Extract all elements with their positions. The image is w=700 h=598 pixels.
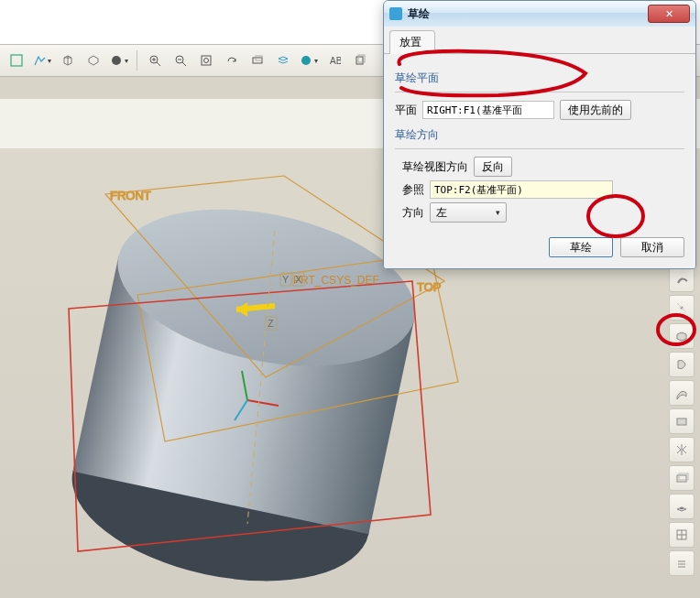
zoom-in-icon[interactable] [144, 49, 166, 71]
right-tool-palette [669, 238, 696, 576]
reference-field[interactable]: TOP:F2(基准平面) [430, 180, 613, 199]
svg-rect-16 [356, 57, 363, 64]
label-csys: PRT_CSYS_DEF [293, 274, 379, 287]
reference-field-value: TOP:F2(基准平面) [434, 183, 523, 197]
tool-axis-icon[interactable] [669, 266, 695, 292]
close-icon: ✕ [665, 8, 673, 20]
svg-line-4 [157, 62, 160, 66]
tool-cube-icon[interactable] [57, 49, 79, 71]
zoom-fit-icon[interactable] [195, 49, 217, 71]
tool-point-icon[interactable] [669, 295, 695, 321]
dialog-tabs: 放置 [384, 27, 695, 54]
use-previous-button-label: 使用先前的 [568, 103, 623, 118]
group-sketch-plane-label: 草绘平面 [395, 71, 684, 86]
label-top: TOP [417, 280, 442, 294]
direction-label: 方向 [402, 205, 424, 221]
label-front: FRONT [110, 189, 151, 202]
svg-marker-1 [89, 56, 98, 65]
use-previous-button[interactable]: 使用先前的 [560, 100, 631, 120]
svg-line-8 [182, 62, 186, 66]
flip-button-label: 反向 [482, 159, 504, 175]
tool-sweep-icon[interactable] [669, 380, 695, 406]
view-icon[interactable] [246, 49, 268, 71]
sketch-ok-button-label: 草绘 [570, 240, 592, 256]
tab-placement-label: 放置 [399, 36, 421, 49]
svg-point-14 [301, 56, 311, 65]
tool-blend-icon[interactable] [669, 408, 695, 434]
divider [395, 92, 684, 92]
tool-mirror-icon[interactable] [669, 437, 695, 462]
tool-graph-icon[interactable] [31, 49, 53, 71]
sketch-dialog: 草绘 ✕ 放置 草绘平面 平面 RIGHT:F1(基准平面 使用先前的 草绘方向… [383, 0, 696, 269]
cancel-button[interactable]: 取消 [620, 237, 684, 257]
flip-button[interactable]: 反向 [474, 157, 512, 177]
plane-label: 平面 [395, 103, 417, 118]
dialog-body: 草绘平面 平面 RIGHT:F1(基准平面 使用先前的 草绘方向 草绘视图方向 … [384, 54, 695, 268]
plane-field-value: RIGHT:F1(基准平面 [427, 103, 522, 117]
svg-rect-10 [202, 56, 211, 65]
reference-label: 参照 [402, 182, 424, 198]
svg-point-11 [204, 59, 209, 63]
tool-select-icon[interactable] [5, 49, 27, 71]
copy-icon[interactable] [349, 49, 371, 71]
axis-y-label: Y [282, 274, 290, 285]
rotate-icon[interactable] [221, 49, 243, 71]
svg-line-34 [677, 303, 686, 312]
axis-z-label: Z [268, 318, 274, 329]
tool-grid-icon[interactable] [669, 522, 695, 548]
divider [395, 148, 684, 149]
svg-point-2 [112, 56, 121, 65]
plane-field[interactable]: RIGHT:F1(基准平面 [422, 101, 554, 119]
cancel-button-label: 取消 [641, 240, 663, 256]
dialog-close-button[interactable]: ✕ [648, 5, 690, 23]
direction-select[interactable]: 左 [430, 202, 507, 223]
svg-rect-17 [358, 55, 365, 62]
toolbar-separator [137, 50, 137, 71]
tool-menu-icon[interactable] [669, 550, 695, 576]
tool-sphere-icon[interactable] [108, 49, 130, 71]
shading-icon[interactable] [298, 49, 320, 71]
svg-rect-35 [677, 419, 686, 425]
dialog-titlebar[interactable]: 草绘 ✕ [384, 1, 695, 27]
view-dir-label: 草绘视图方向 [402, 159, 468, 175]
tool-hexagon-icon[interactable] [82, 49, 104, 71]
annotate-icon[interactable]: AB [323, 49, 345, 71]
tool-extrude-icon[interactable] [669, 323, 695, 349]
zoom-out-icon[interactable] [170, 49, 191, 71]
svg-point-39 [680, 507, 684, 509]
tool-revolve-icon[interactable] [669, 352, 695, 377]
svg-text:AB: AB [330, 56, 341, 66]
dialog-title: 草绘 [408, 6, 648, 22]
layers-icon[interactable] [272, 49, 294, 71]
direction-select-value: 左 [436, 205, 447, 221]
axis-x-label: X [295, 274, 302, 285]
svg-rect-0 [11, 55, 22, 66]
tool-pattern-icon[interactable] [669, 465, 695, 491]
tool-hole-icon[interactable] [669, 494, 695, 519]
dialog-app-icon [389, 7, 402, 20]
sketch-ok-button[interactable]: 草绘 [549, 237, 613, 257]
tab-placement[interactable]: 放置 [389, 30, 435, 54]
group-sketch-orient-label: 草绘方向 [395, 127, 684, 143]
